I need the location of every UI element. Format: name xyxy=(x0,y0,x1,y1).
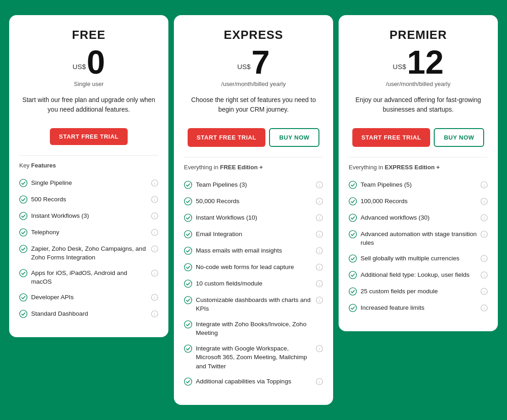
svg-point-67 xyxy=(349,255,356,262)
feature-item: 100,000 Records i xyxy=(349,194,488,210)
check-icon xyxy=(19,228,27,237)
feature-info-icon[interactable]: i xyxy=(151,269,158,279)
feature-info-icon[interactable]: i xyxy=(316,279,323,289)
price-currency-express: US$ xyxy=(237,63,250,79)
plan-card-premier: PREMIERUS$12/user/month/billed yearlyEnj… xyxy=(339,15,498,331)
svg-point-76 xyxy=(349,304,356,312)
feature-left: Team Pipelines (3) xyxy=(184,180,314,189)
svg-point-36 xyxy=(184,247,192,254)
feature-text: Developer APIs xyxy=(31,293,74,302)
svg-text:i: i xyxy=(484,183,485,188)
check-icon xyxy=(349,197,357,205)
check-icon xyxy=(19,195,27,204)
plan-price-row-premier: US$12 xyxy=(349,46,488,79)
check-icon xyxy=(349,271,357,279)
info-icon: i xyxy=(480,198,488,205)
info-icon: i xyxy=(151,196,158,203)
check-icon xyxy=(184,181,192,189)
feature-info-icon[interactable]: i xyxy=(480,197,488,207)
feature-item: Advanced automation with stage transitio… xyxy=(349,226,488,251)
feature-list-express: Team Pipelines (3) i 50,000 Records i In… xyxy=(184,177,323,391)
check-icon xyxy=(349,287,357,296)
feature-info-icon[interactable]: i xyxy=(151,244,158,254)
feature-text: 10 custom fields/module xyxy=(196,279,263,288)
feature-info-icon[interactable]: i xyxy=(151,195,158,205)
feature-info-icon[interactable]: i xyxy=(316,377,323,387)
check-icon xyxy=(184,230,192,238)
svg-text:i: i xyxy=(154,271,155,276)
feature-text: Additional capabilities via Toppings xyxy=(196,377,291,386)
feature-info-icon[interactable]: i xyxy=(151,293,158,303)
start-trial-button-express[interactable]: START FREE TRIAL xyxy=(188,128,266,147)
price-period-premier: /user/month/billed yearly xyxy=(349,81,488,89)
check-icon xyxy=(184,320,192,328)
feature-info-icon[interactable]: i xyxy=(480,230,488,240)
feature-info-icon[interactable]: i xyxy=(480,287,488,297)
svg-text:i: i xyxy=(319,232,320,237)
check-icon xyxy=(184,377,192,386)
feature-info-icon[interactable]: i xyxy=(151,228,158,238)
feature-info-icon[interactable]: i xyxy=(480,303,488,313)
feature-text: Additional field type: Lookup, user fiel… xyxy=(361,270,469,280)
feature-text: Team Pipelines (3) xyxy=(196,180,247,189)
divider-premier xyxy=(349,157,488,157)
svg-text:i: i xyxy=(484,232,485,237)
feature-item: Integrate with Google Workspace, Microso… xyxy=(184,341,323,374)
price-currency-premier: US$ xyxy=(393,63,406,79)
feature-item: Developer APIs i xyxy=(19,290,158,306)
feature-info-icon[interactable]: i xyxy=(480,254,488,264)
check-icon xyxy=(19,293,27,302)
feature-left: 100,000 Records xyxy=(349,197,479,206)
feature-info-icon[interactable]: i xyxy=(480,180,488,190)
buy-now-button-premier[interactable]: BUY NOW xyxy=(434,128,484,147)
feature-info-icon[interactable]: i xyxy=(151,178,158,188)
feature-info-icon[interactable]: i xyxy=(316,344,323,354)
check-icon xyxy=(184,280,192,288)
svg-text:i: i xyxy=(319,216,320,221)
svg-point-33 xyxy=(184,230,192,237)
plan-card-express: EXPRESSUS$7/user/month/billed yearlyChoo… xyxy=(174,15,333,405)
info-icon: i xyxy=(151,245,158,253)
svg-point-24 xyxy=(184,181,192,188)
info-icon: i xyxy=(316,181,323,188)
feature-info-icon[interactable]: i xyxy=(316,263,323,273)
buy-now-button-express[interactable]: BUY NOW xyxy=(269,128,319,147)
info-icon: i xyxy=(151,229,158,236)
feature-info-icon[interactable]: i xyxy=(151,309,158,319)
svg-point-45 xyxy=(184,296,192,303)
feature-text: Advanced workflows (30) xyxy=(361,213,430,222)
svg-text:i: i xyxy=(484,257,485,261)
info-icon: i xyxy=(316,296,323,304)
feature-info-icon[interactable]: i xyxy=(316,296,323,306)
feature-info-icon[interactable]: i xyxy=(316,213,323,223)
svg-point-58 xyxy=(349,197,356,205)
pricing-container: FREEUS$0Single userStart with our free p… xyxy=(9,15,498,405)
feature-info-icon[interactable]: i xyxy=(316,197,323,207)
svg-text:i: i xyxy=(484,199,485,204)
feature-text: Integrate with Google Workspace, Microso… xyxy=(196,344,314,371)
plan-name-express: EXPRESS xyxy=(184,28,323,42)
feature-info-icon[interactable]: i xyxy=(316,180,323,190)
feature-text: 500 Records xyxy=(31,195,66,204)
check-icon xyxy=(184,197,192,205)
feature-info-icon[interactable]: i xyxy=(151,211,158,221)
info-icon: i xyxy=(316,280,323,287)
svg-text:i: i xyxy=(154,198,155,202)
feature-info-icon[interactable]: i xyxy=(316,230,323,240)
feature-left: Developer APIs xyxy=(19,293,149,302)
svg-text:i: i xyxy=(154,181,155,186)
start-trial-button-premier[interactable]: START FREE TRIAL xyxy=(352,128,431,147)
feature-item: Instant Workflows (10) i xyxy=(184,210,323,226)
feature-item: Mass emails with email insights i xyxy=(184,243,323,259)
feature-left: Telephony xyxy=(19,228,149,237)
start-trial-button-free[interactable]: START FREE TRIAL xyxy=(50,128,128,145)
feature-item: Single Pipeline i xyxy=(19,175,158,192)
btn-row-express: START FREE TRIALBUY NOW xyxy=(184,128,323,147)
feature-info-icon[interactable]: i xyxy=(316,246,323,256)
feature-info-icon[interactable]: i xyxy=(480,213,488,223)
feature-info-icon[interactable]: i xyxy=(480,270,488,280)
feature-left: 10 custom fields/module xyxy=(184,279,314,288)
check-icon xyxy=(349,304,357,312)
feature-text: Advanced automation with stage transitio… xyxy=(361,230,479,248)
svg-text:i: i xyxy=(319,199,320,204)
